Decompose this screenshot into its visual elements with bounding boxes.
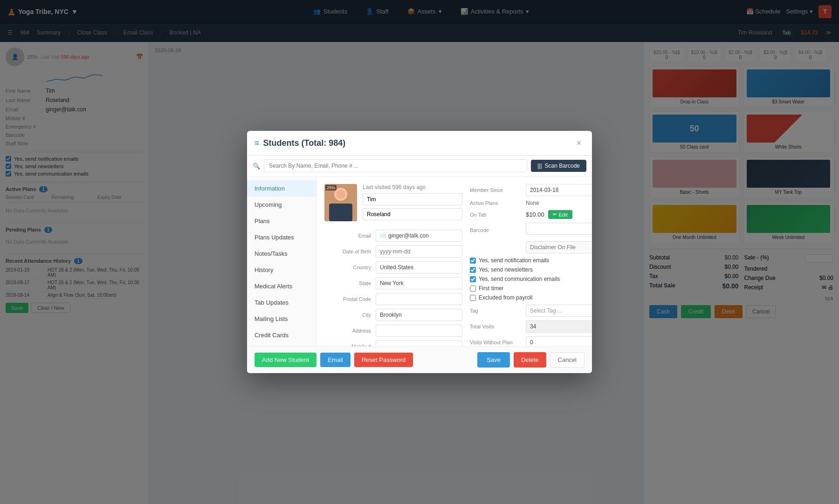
tag-label: Tag <box>470 308 526 313</box>
city-input[interactable] <box>376 309 462 321</box>
avatar-pct-badge: 25% <box>325 185 337 191</box>
mobile-input[interactable] <box>376 341 462 346</box>
save-button[interactable]: Save <box>477 352 510 368</box>
footer-right-buttons: Save Delete Cancel <box>477 352 585 368</box>
vwp-label: Visits Without Plan <box>470 340 526 345</box>
country-select[interactable]: United States <box>376 261 462 273</box>
reset-password-button[interactable]: Reset Password <box>354 353 413 367</box>
state-row: State New York <box>324 277 462 289</box>
member-since-input[interactable] <box>526 184 592 196</box>
modal-search-bar: 🔍 ||| Scan Barcode <box>247 156 592 177</box>
delete-button[interactable]: Delete <box>514 352 546 368</box>
check-notify-comm: Yes, send communication emails <box>470 276 592 282</box>
profile-section: 25% Last visited 596 days ago <box>324 184 462 223</box>
modal-body: Information Upcoming Plans Plans Updates… <box>247 177 592 346</box>
tag-select[interactable]: Select Tag ... <box>526 305 592 317</box>
country-row: Country United States <box>324 261 462 273</box>
first-name-input[interactable] <box>363 193 462 205</box>
form-top-section: 25% Last visited 596 days ago Email <box>324 184 585 346</box>
scan-barcode-button[interactable]: ||| Scan Barcode <box>531 160 586 172</box>
modal-overlay: ≡ Students (Total: 984) × 🔍 ||| Scan Bar… <box>0 0 839 504</box>
country-label: Country <box>324 265 376 270</box>
modal-close-button[interactable]: × <box>573 137 585 149</box>
check-excluded-payroll: Excluded from payroll <box>470 294 592 301</box>
sidebar-item-information[interactable]: Information <box>247 180 316 197</box>
barcode-label: Barcode <box>470 227 526 233</box>
on-tab-label: On Tab <box>470 212 526 218</box>
modal-form: 25% Last visited 596 days ago Email <box>317 177 592 346</box>
sidebar-item-history[interactable]: History <box>247 262 316 278</box>
notify-newsletter-checkbox[interactable] <box>470 267 476 273</box>
total-visits-row: Total Visits <box>470 320 592 333</box>
city-label: City <box>324 312 376 318</box>
total-visits-input[interactable] <box>526 320 592 333</box>
postal-input[interactable] <box>376 293 462 305</box>
disclaimer-input[interactable] <box>526 241 592 253</box>
city-row: City <box>324 309 462 321</box>
vwp-input[interactable] <box>526 336 592 346</box>
email-button[interactable]: Email <box>320 353 351 367</box>
address-input[interactable] <box>376 325 462 337</box>
last-name-input[interactable] <box>363 208 462 220</box>
postal-label: Postal Code <box>324 296 376 302</box>
cancel-button[interactable]: Cancel <box>550 352 585 368</box>
right-checkboxes: Yes, send notification emails Yes, send … <box>470 257 592 301</box>
pencil-icon: ✏ <box>553 211 557 218</box>
modal-title: ≡ Students (Total: 984) <box>254 138 345 148</box>
barcode-input[interactable] <box>526 223 592 235</box>
modal-footer: Add New Student Email Reset Password Sav… <box>247 346 592 373</box>
sidebar-item-plans[interactable]: Plans <box>247 213 316 229</box>
total-visits-label: Total Visits <box>470 324 526 329</box>
dob-label: Date of Birth <box>324 249 376 254</box>
first-timer-checkbox[interactable] <box>470 286 476 292</box>
mobile-row: Mobile # <box>324 341 462 346</box>
form-right-col: Member Since Active Plans None On Tab $1… <box>470 184 592 346</box>
sidebar-item-notes-tasks[interactable]: Notes/Tasks <box>247 245 316 262</box>
barcode-row: Barcode <box>470 223 592 238</box>
vwp-row: Visits Without Plan <box>470 336 592 346</box>
address-label: Address <box>324 328 376 334</box>
disclaimer-row <box>470 241 592 253</box>
sidebar-item-mailing-lists[interactable]: Mailing Lists <box>247 311 316 327</box>
state-label: State <box>324 280 376 286</box>
footer-left-buttons: Add New Student Email Reset Password <box>254 353 413 367</box>
modal-sidebar: Information Upcoming Plans Plans Updates… <box>247 177 317 346</box>
barcode-icon: ||| <box>537 163 542 169</box>
address-row: Address <box>324 325 462 337</box>
on-tab-value: $10.00 <box>526 211 544 218</box>
tab-edit-button[interactable]: ✏ Edit <box>548 210 572 219</box>
search-icon: 🔍 <box>253 163 260 170</box>
member-since-row: Member Since <box>470 184 592 196</box>
student-modal: ≡ Students (Total: 984) × 🔍 ||| Scan Bar… <box>247 131 592 373</box>
active-plans-value: None <box>526 200 539 206</box>
email-label: Email <box>324 233 376 238</box>
svg-rect-2 <box>329 204 352 221</box>
excluded-payroll-checkbox[interactable] <box>470 295 476 301</box>
dob-input[interactable] <box>376 245 462 258</box>
on-tab-row: On Tab $10.00 ✏ Edit <box>470 210 592 219</box>
sidebar-item-credit-cards[interactable]: Credit Cards <box>247 327 316 343</box>
member-since-label: Member Since <box>470 187 526 193</box>
tag-select-wrap: Select Tag ... <box>526 305 592 317</box>
last-visited-text: Last visited 596 days ago <box>363 184 462 191</box>
modal-header: ≡ Students (Total: 984) × <box>247 131 592 156</box>
active-plans-label: Active Plans <box>470 200 526 206</box>
email-input[interactable] <box>388 232 458 239</box>
email-icon: ✉️ <box>380 233 386 239</box>
notify-email-checkbox[interactable] <box>470 258 476 264</box>
sidebar-item-plans-updates[interactable]: Plans Updates <box>247 229 316 245</box>
check-first-timer: First timer <box>470 285 592 292</box>
student-avatar: 25% <box>324 184 357 221</box>
postal-row: Postal Code <box>324 293 462 305</box>
sidebar-item-tab-updates[interactable]: Tab Updates <box>247 294 316 311</box>
list-icon: ≡ <box>254 138 260 148</box>
sidebar-item-upcoming[interactable]: Upcoming <box>247 197 316 213</box>
sidebar-item-medical-alerts[interactable]: Medical Alerts <box>247 278 316 294</box>
dob-row: Date of Birth <box>324 245 462 258</box>
check-notify-email: Yes, send notification emails <box>470 257 592 264</box>
notify-comm-checkbox[interactable] <box>470 276 476 282</box>
state-select[interactable]: New York <box>376 277 462 289</box>
add-new-student-button[interactable]: Add New Student <box>254 353 316 367</box>
search-input[interactable] <box>264 159 527 172</box>
tag-row: Tag Select Tag ... <box>470 305 592 317</box>
